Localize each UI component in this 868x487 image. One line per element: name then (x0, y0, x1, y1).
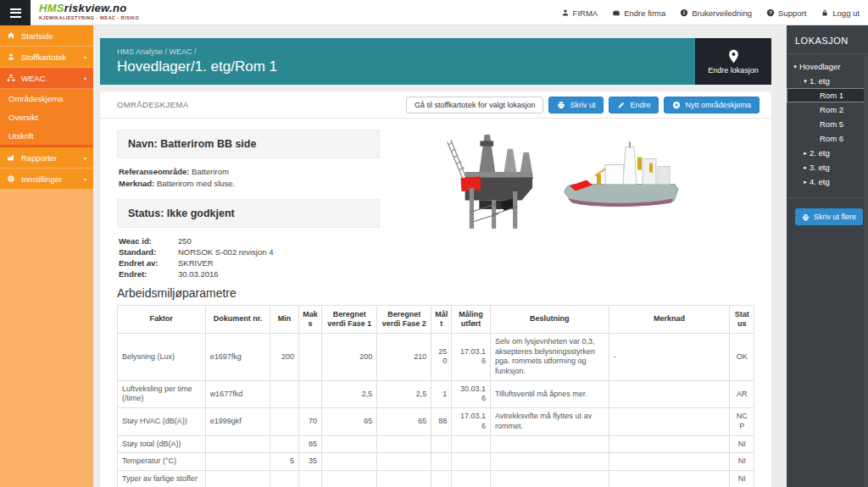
top-menu-item-firma[interactable]: FIRMA (561, 8, 598, 18)
caret-right-icon[interactable]: ▸ (801, 150, 810, 157)
metadata-row: Endret av:SKRIVER (119, 257, 753, 268)
cell: 200 (270, 334, 299, 381)
sidebar-item-startside[interactable]: Startside (0, 25, 93, 47)
cell: Luftveksling per time (/time) (118, 380, 206, 407)
cell: 250 (431, 334, 452, 381)
lock-icon (821, 8, 829, 17)
goto-stoffkartotek-label: Gå til stoffkartotek for valgt lokasjon (415, 101, 535, 109)
cell: 1 (431, 380, 452, 407)
tree-item-label: Rom 6 (820, 134, 843, 143)
cell: Typer av farlige stoffer (118, 470, 206, 487)
metadata-label: Endret av: (119, 257, 178, 268)
location-tree: ▾Hovedlager▾1. etgRom 1Rom 2Rom 5Rom 6▸2… (787, 54, 868, 189)
sidebar-item-rapporter[interactable]: Rapporter▾ (0, 147, 93, 169)
scrollbar[interactable] (864, 56, 868, 487)
cell: 2,5 (322, 380, 377, 407)
cell: OK (730, 334, 754, 381)
tree-item-rom-6[interactable]: Rom 6 (787, 131, 868, 146)
tree-item-label: Rom 1 (820, 91, 843, 100)
caret-right-icon[interactable]: ▸ (801, 179, 810, 185)
cell: NI (730, 435, 754, 453)
sidebar-item-innstillinger[interactable]: Innstillinger▾ (0, 169, 93, 190)
sidebar-item-stoffkartotek[interactable]: Stoffkartotek▾ (0, 47, 93, 68)
sidebar-item-weac[interactable]: WEAC▾ (0, 68, 93, 89)
cell (322, 435, 377, 453)
top-menu-item-support[interactable]: ?Support (766, 8, 806, 18)
caret-down-icon[interactable]: ▾ (791, 64, 799, 70)
lokasjon-panel: LOKASJON ▾Hovedlager▾1. etgRom 1Rom 2Rom… (787, 25, 868, 487)
briefcase-icon (612, 8, 620, 17)
breadcrumb[interactable]: HMS Analyse / WEAC / (117, 47, 197, 56)
tree-item-4-etg[interactable]: ▸4. etg (787, 174, 868, 189)
top-menu-item-brukerveiledning[interactable]: Brukerveiledning (680, 8, 752, 18)
chevron-down-icon: ▾ (84, 155, 86, 161)
column-header: Faktor (118, 305, 206, 334)
metadata-value: NORSOK S-002 revisjon 4 (178, 246, 273, 257)
home-icon (7, 31, 15, 40)
tree-item-1-etg[interactable]: ▾1. etg (787, 74, 868, 88)
industry-icon (7, 153, 15, 162)
table-row: Belysning (Lux)e1697fkg20020021025017.03… (118, 334, 754, 381)
cell: e1697fkg (205, 334, 270, 381)
submenu-item-områdeskjema[interactable]: Områdeskjema (0, 89, 93, 108)
edit-button[interactable]: Endre (609, 97, 659, 113)
print-multiple-button[interactable]: Skriv ut flere (795, 208, 863, 225)
params-heading: Arbeidsmiljøparametre (117, 286, 754, 300)
tree-item-rom-1[interactable]: Rom 1 (787, 88, 868, 102)
edit-label: Endre (630, 101, 650, 109)
question-icon: ? (766, 8, 775, 17)
top-menu-item-endre-firma[interactable]: Endre firma (612, 8, 665, 18)
params-table: FaktorDokument nr.MinMaksBeregnet verdi … (117, 305, 754, 487)
cell (491, 470, 609, 487)
cell: 65 (322, 408, 377, 435)
cell: NCP (730, 408, 754, 435)
logo-riskview: riskview.no (64, 2, 127, 14)
metadata-row: Standard:NORSOK S-002 revisjon 4 (119, 246, 753, 257)
divider (787, 197, 868, 198)
caret-right-icon[interactable]: ▸ (801, 164, 810, 171)
column-header: Status (730, 305, 754, 334)
left-sidebar: StartsideStoffkartotek▾WEAC▾ Områdeskjem… (0, 25, 93, 487)
print-button[interactable]: Skriv ut (548, 97, 604, 113)
caret-down-icon[interactable]: ▾ (801, 78, 810, 85)
change-location-button[interactable]: Endre lokasjon (695, 38, 771, 85)
plus-circle-icon (672, 101, 681, 109)
cell (609, 470, 730, 487)
cell: 35 (299, 453, 322, 471)
hamburger-menu-button[interactable] (0, 0, 31, 25)
cell (431, 435, 452, 453)
cell: NI (730, 470, 754, 487)
tree-item-rom-5[interactable]: Rom 5 (787, 117, 868, 131)
logo-hms: HMS (39, 2, 64, 14)
cell: 88 (431, 408, 452, 435)
chevron-down-icon: ▾ (84, 75, 86, 81)
area-illustrations (437, 129, 692, 235)
column-header: Måling utført (452, 305, 491, 334)
goto-stoffkartotek-button[interactable]: Gå til stoffkartotek for valgt lokasjon (406, 97, 543, 113)
reference-value: Batterirom (192, 167, 229, 176)
tree-item-hovedlager[interactable]: ▾Hovedlager (787, 59, 868, 74)
reference-label: Referanseområde: (119, 167, 189, 176)
column-header: Beslutning (491, 305, 609, 334)
metadata-label: Endret: (119, 268, 178, 279)
cell: Belysning (Lux) (118, 334, 206, 381)
cell: 85 (299, 435, 322, 453)
tree-item-2-etg[interactable]: ▸2. etg (787, 146, 868, 160)
column-header: Merknad (609, 305, 730, 334)
metadata-list: Weac id:250Standard:NORSOK S-002 revisjo… (119, 235, 753, 279)
app-logo[interactable]: HMSriskview.no KJEMIKALIESTYRING - WEAC … (39, 3, 139, 21)
column-header: Min (270, 305, 299, 334)
top-menu-label: FIRMA (573, 8, 598, 18)
top-menu-item-logg-ut[interactable]: Logg ut (821, 8, 860, 18)
submenu-item-utskrift[interactable]: Utskrift (0, 126, 93, 145)
cell (491, 453, 609, 471)
chevron-down-icon: ▾ (84, 176, 86, 182)
location-pin-icon (726, 49, 741, 64)
tree-item-rom-2[interactable]: Rom 2 (787, 102, 868, 117)
new-omradeskjema-button[interactable]: Nytt områdeskjema (664, 97, 760, 113)
cell (205, 435, 270, 453)
metadata-value: SKRIVER (178, 257, 214, 268)
submenu-item-oversikt[interactable]: Oversikt (0, 108, 93, 126)
tree-item-label: 3. etg (810, 163, 830, 172)
tree-item-3-etg[interactable]: ▸3. etg (787, 160, 868, 174)
